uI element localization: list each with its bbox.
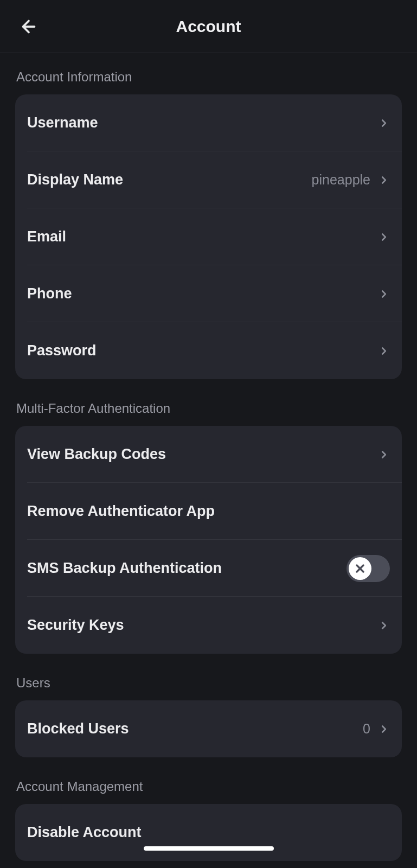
header-bar: Account [0, 0, 417, 53]
row-label: Phone [27, 285, 72, 302]
row-label: Blocked Users [27, 720, 129, 737]
section-card-mfa: View Backup Codes Remove Authenticator A… [15, 426, 402, 654]
row-blocked-users[interactable]: Blocked Users 0 [15, 700, 402, 757]
row-label: Disable Account [27, 824, 142, 841]
row-label: Remove Authenticator App [27, 503, 215, 520]
toggle-knob [349, 557, 371, 580]
chevron-right-icon [378, 117, 390, 129]
row-label: Email [27, 228, 66, 245]
row-label: Security Keys [27, 617, 124, 634]
row-label: View Backup Codes [27, 446, 166, 463]
row-value: 0 [363, 721, 370, 737]
arrow-left-icon [19, 17, 39, 36]
row-label: Display Name [27, 171, 123, 188]
x-icon [354, 562, 367, 575]
row-phone[interactable]: Phone [15, 265, 402, 322]
chevron-right-icon [378, 231, 390, 243]
row-remove-authenticator[interactable]: Remove Authenticator App [15, 483, 402, 540]
section-card-account-management: Disable Account [15, 804, 402, 861]
chevron-right-icon [378, 723, 390, 735]
row-value: pineapple [312, 172, 370, 188]
back-button[interactable] [19, 17, 39, 36]
section-header-account-management: Account Management [15, 757, 402, 804]
page-title: Account [176, 17, 241, 36]
chevron-right-icon [378, 288, 390, 300]
chevron-right-icon [378, 174, 390, 186]
section-header-mfa: Multi-Factor Authentication [15, 379, 402, 426]
row-label: SMS Backup Authentication [27, 560, 222, 577]
section-header-account-info: Account Information [15, 53, 402, 94]
section-card-users: Blocked Users 0 [15, 700, 402, 757]
row-password[interactable]: Password [15, 322, 402, 379]
chevron-right-icon [378, 345, 390, 357]
row-view-backup-codes[interactable]: View Backup Codes [15, 426, 402, 483]
toggle-sms-backup[interactable] [347, 555, 390, 582]
chevron-right-icon [378, 620, 390, 631]
row-username[interactable]: Username [15, 94, 402, 151]
row-sms-backup[interactable]: SMS Backup Authentication [15, 540, 402, 597]
home-indicator[interactable] [144, 846, 274, 851]
section-header-users: Users [15, 654, 402, 700]
chevron-right-icon [378, 449, 390, 461]
row-label: Password [27, 342, 97, 359]
row-email[interactable]: Email [15, 208, 402, 265]
row-security-keys[interactable]: Security Keys [15, 597, 402, 654]
row-display-name[interactable]: Display Name pineapple [15, 151, 402, 208]
row-label: Username [27, 114, 98, 131]
section-card-account-info: Username Display Name pineapple Email [15, 94, 402, 379]
row-disable-account[interactable]: Disable Account [15, 804, 402, 861]
